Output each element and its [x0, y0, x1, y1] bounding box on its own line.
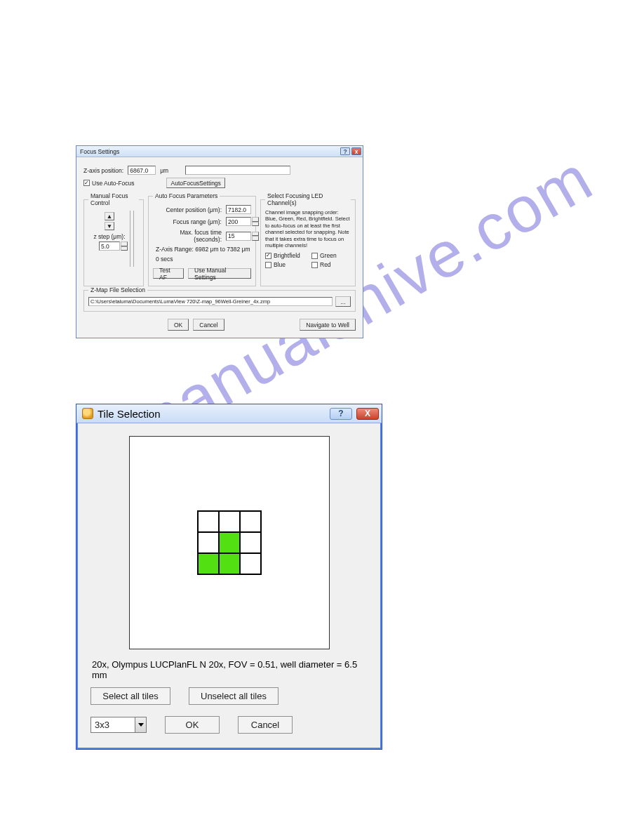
tile-grid [198, 511, 261, 574]
window-title: Focus Settings [80, 148, 119, 155]
mfc-legend: Manual Focus Control [88, 192, 139, 206]
use-autofocus-checkbox[interactable]: Use Auto-Focus [83, 180, 134, 187]
grid-size-value: 3x3 [95, 720, 109, 730]
close-icon[interactable]: x [351, 147, 361, 155]
use-manual-settings-button[interactable]: Use Manual Settings [188, 268, 251, 279]
tile-info-text: 20x, Olympus LUCPlanFL N 20x, FOV = 0.51… [92, 659, 368, 680]
blue-checkbox[interactable]: Blue [265, 261, 304, 268]
app-icon [82, 408, 93, 419]
max-focus-time-label: Max. focus time (seconds): [153, 229, 222, 243]
afp-legend: Auto Focus Parameters [153, 192, 220, 199]
z-axis-readout [185, 166, 290, 175]
tile-cell[interactable] [197, 510, 220, 533]
brightfield-label: Brightfield [274, 252, 300, 259]
z-axis-range-text: Z-Axis Range: 6982 μm to 7382 μm [156, 246, 251, 253]
tile-cell[interactable] [239, 552, 262, 575]
cancel-button[interactable]: Cancel [193, 319, 224, 331]
test-af-button[interactable]: Test AF [153, 268, 184, 279]
tile-cell[interactable] [197, 531, 220, 554]
ok-button[interactable]: OK [168, 319, 189, 331]
autofocus-settings-button[interactable]: AutoFocusSettings [166, 178, 224, 188]
tile-cell[interactable] [197, 552, 220, 575]
checkbox-icon [311, 262, 318, 268]
chevron-down-icon [135, 717, 146, 732]
grid-size-combo[interactable]: 3x3 [90, 717, 147, 733]
window-title: Tile Selection [98, 408, 161, 420]
blue-label: Blue [274, 261, 286, 268]
z-step-spinner[interactable] [121, 241, 128, 251]
unselect-all-tiles-button[interactable]: Unselect all tiles [189, 687, 279, 705]
checkbox-icon [265, 253, 271, 259]
focus-settings-window: Focus Settings ? x Z-axis position: 6867… [76, 145, 363, 338]
red-label: Red [320, 261, 331, 268]
tile-cell[interactable] [239, 510, 262, 533]
cancel-button[interactable]: Cancel [238, 716, 293, 734]
zmap-browse-button[interactable]: ... [335, 296, 351, 307]
select-all-tiles-button[interactable]: Select all tiles [90, 687, 170, 705]
z-step-input[interactable]: 5.0 [99, 241, 120, 251]
center-position-label: Center position (μm): [153, 206, 222, 213]
tile-cell[interactable] [218, 531, 241, 554]
green-checkbox[interactable]: Green [311, 252, 351, 259]
green-label: Green [320, 252, 337, 259]
center-position-input[interactable]: 7182.0 [226, 205, 251, 214]
zmap-legend: Z-Map File Selection [88, 286, 147, 293]
led-legend: Select Focusing LED Channel(s) [265, 192, 351, 206]
tile-selection-window: Tile Selection ? X 20x, Olympus LUCPlanF… [76, 404, 382, 750]
z-map-file-group: Z-Map File Selection C:\Users\etaluma\Do… [83, 286, 356, 312]
help-icon[interactable]: ? [340, 147, 350, 155]
tile-cell[interactable] [239, 531, 262, 554]
focus-range-spinner[interactable] [252, 217, 259, 226]
max-focus-time-spinner[interactable] [252, 232, 259, 241]
z-axis-input[interactable]: 6867.0 [128, 166, 156, 175]
z-axis-label: Z-axis position: [83, 167, 123, 174]
tile-cell[interactable] [218, 552, 241, 575]
led-help-text: Channel image snapping order: Blue, Gree… [265, 209, 351, 249]
brightfield-checkbox[interactable]: Brightfield [265, 252, 304, 259]
auto-focus-parameters-group: Auto Focus Parameters Center position (μ… [148, 192, 256, 286]
checkbox-icon [83, 180, 90, 186]
navigate-to-well-button[interactable]: Navigate to Well [300, 319, 356, 331]
checkbox-icon [311, 253, 318, 259]
z-axis-unit: μm [160, 167, 168, 174]
focus-range-label: Focus range (μm): [153, 218, 222, 225]
close-icon[interactable]: X [356, 408, 379, 420]
red-checkbox[interactable]: Red [311, 261, 351, 268]
titlebar[interactable]: Tile Selection ? X [76, 404, 382, 423]
help-icon[interactable]: ? [330, 408, 352, 420]
zmap-path-input[interactable]: C:\Users\etaluma\Documents\LumaView 720\… [88, 297, 333, 306]
checkbox-icon [265, 262, 271, 268]
focus-slider[interactable] [130, 211, 134, 267]
tile-cell[interactable] [218, 510, 241, 533]
use-af-row: Use Auto-Focus AutoFocusSettings [83, 178, 356, 188]
manual-focus-control-group: Manual Focus Control ▲ ▼ z step (μm): 5.… [83, 192, 144, 286]
titlebar[interactable]: Focus Settings ? x [76, 146, 363, 157]
led-channel-group: Select Focusing LED Channel(s) Channel i… [260, 192, 356, 286]
z-step-label: z step (μm): [93, 233, 125, 240]
use-af-label: Use Auto-Focus [92, 180, 134, 187]
ok-button[interactable]: OK [165, 716, 220, 734]
focus-up-button[interactable]: ▲ [105, 212, 114, 220]
max-focus-time-input[interactable]: 15 [226, 232, 251, 241]
focus-secs-text: 0 secs [156, 256, 251, 263]
tile-canvas [129, 436, 330, 649]
focus-range-input[interactable]: 200 [226, 217, 251, 226]
focus-down-button[interactable]: ▼ [105, 222, 114, 230]
z-axis-row: Z-axis position: 6867.0 μm [83, 166, 356, 175]
